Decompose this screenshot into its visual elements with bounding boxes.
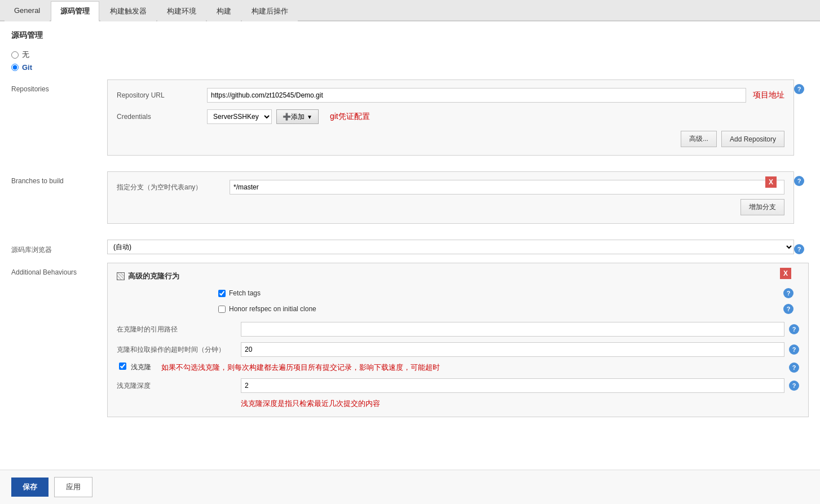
ref-path-label: 在克隆时的引用路径: [117, 325, 241, 334]
shallow-depth-input[interactable]: [241, 378, 784, 393]
branches-field-section: X 指定分支（为空时代表any） 增加分支: [107, 171, 794, 224]
repositories-label: Repositories: [11, 79, 107, 93]
source-browser-help-icon[interactable]: ?: [794, 244, 804, 254]
credentials-label: Credentials: [117, 113, 207, 121]
branch-field-input[interactable]: [230, 180, 784, 194]
honor-refspec-checkbox[interactable]: [218, 306, 226, 313]
adv-section: X 高级的克隆行为 Fetch tags ? Honor refspec on …: [107, 263, 809, 417]
url-annotation-wrap: 项目地址: [207, 88, 784, 103]
repositories-help: ?: [794, 79, 809, 94]
credentials-add-label: ➕添加: [283, 112, 305, 122]
tab-triggers[interactable]: 构建触发器: [100, 1, 156, 21]
repo-btn-row: 高级... Add Repository: [117, 131, 784, 147]
repo-url-row: Repository URL 项目地址: [117, 88, 784, 103]
shallow-depth-help-icon[interactable]: ?: [789, 381, 799, 391]
timeout-input[interactable]: [241, 342, 784, 357]
honor-refspec-label[interactable]: Honor refspec on initial clone: [229, 305, 316, 313]
ref-path-help-icon[interactable]: ?: [789, 324, 799, 334]
branches-help-icon[interactable]: ?: [794, 176, 804, 186]
advanced-button[interactable]: 高级...: [681, 131, 717, 147]
tabs-bar: General 源码管理 构建触发器 构建环境 构建 构建后操作: [0, 0, 820, 21]
honor-refspec-row: Honor refspec on initial clone ?: [218, 304, 799, 314]
tab-post[interactable]: 构建后操作: [242, 1, 298, 21]
tab-env[interactable]: 构建环境: [157, 1, 206, 21]
credentials-annotation: git凭证配置: [330, 112, 370, 122]
repo-url-label: Repository URL: [117, 91, 207, 99]
apply-button[interactable]: 应用: [54, 477, 92, 497]
add-branch-button[interactable]: 增加分支: [740, 199, 784, 215]
page-title: 源码管理: [11, 30, 809, 41]
shallow-clone-help-icon[interactable]: ?: [789, 362, 799, 373]
radio-none-label[interactable]: 无: [22, 50, 29, 60]
source-browser-outer-row: 源码库浏览器 (自动) ?: [11, 240, 809, 255]
save-button[interactable]: 保存: [11, 478, 49, 497]
additional-behaviours-label: Additional Behaviours: [11, 263, 107, 276]
tab-source[interactable]: 源码管理: [51, 1, 99, 21]
branches-remove-button[interactable]: X: [765, 176, 777, 188]
branches-btn-row: 增加分支: [117, 199, 784, 215]
timeout-label: 克隆和拉取操作的超时时间（分钟）: [117, 345, 241, 355]
repositories-row: Repositories Repository URL 项目地址 Credent…: [11, 79, 809, 163]
branches-label: Branches to build: [11, 171, 107, 185]
page-content: 源码管理 无 Git Repositories Repository URL 项…: [0, 21, 820, 504]
shallow-depth-annotation: 浅克隆深度是指只检索最近几次提交的内容: [117, 399, 799, 409]
repo-url-input[interactable]: [207, 88, 746, 103]
adv-remove-button[interactable]: X: [780, 268, 791, 279]
credentials-row: Credentials ServerSSHKey ➕添加 ▼ git凭证配置: [117, 109, 784, 124]
adv-title-text: 高级的克隆行为: [128, 271, 179, 281]
credentials-select[interactable]: ServerSSHKey: [207, 109, 272, 124]
radio-git-input[interactable]: [11, 64, 19, 71]
timeout-row: 克隆和拉取操作的超时时间（分钟） ?: [117, 342, 799, 357]
repositories-content: Repository URL 项目地址 Credentials ServerSS…: [107, 79, 794, 163]
shallow-clone-label[interactable]: 浅克隆: [131, 362, 151, 372]
source-browser-label: 源码库浏览器: [11, 240, 107, 255]
additional-behaviours-content: X 高级的克隆行为 Fetch tags ? Honor refspec on …: [107, 263, 809, 417]
fetch-tags-label[interactable]: Fetch tags: [229, 289, 261, 297]
fetch-tags-row: Fetch tags ?: [218, 288, 799, 298]
fetch-tags-help-icon[interactable]: ?: [783, 288, 793, 298]
repositories-field-section: Repository URL 项目地址 Credentials ServerSS…: [107, 79, 794, 156]
footer-bar: 保存 应用: [0, 470, 820, 504]
repo-url-annotation: 项目地址: [753, 90, 784, 100]
radio-none: 无: [11, 50, 809, 60]
honor-refspec-help-icon[interactable]: ?: [783, 304, 793, 314]
shallow-clone-annotation: 如果不勾选浅克隆，则每次构建都去遍历项目所有提交记录，影响下载速度，可能超时: [161, 362, 440, 373]
source-browser-help: ?: [794, 240, 809, 254]
adv-title: 高级的克隆行为: [117, 271, 799, 281]
credentials-dropdown-icon: ▼: [307, 114, 312, 120]
ref-path-row: 在克隆时的引用路径 ?: [117, 322, 799, 337]
shallow-depth-row: 浅克隆深度 ?: [117, 378, 799, 393]
source-browser-content: (自动): [107, 240, 794, 254]
credentials-controls: ServerSSHKey ➕添加 ▼ git凭证配置: [207, 109, 370, 124]
branches-help: ?: [794, 171, 809, 186]
shallow-clone-checkbox[interactable]: [119, 362, 126, 370]
add-repository-button[interactable]: Add Repository: [721, 131, 784, 147]
shallow-depth-label: 浅克隆深度: [117, 381, 241, 391]
credentials-add-button[interactable]: ➕添加 ▼: [276, 109, 319, 124]
tab-general[interactable]: General: [5, 1, 50, 21]
additional-behaviours-row: Additional Behaviours X 高级的克隆行为 Fetch ta…: [11, 263, 809, 417]
ref-path-input[interactable]: [241, 322, 784, 337]
branch-field-label: 指定分支（为空时代表any）: [117, 183, 230, 192]
adv-title-icon: [117, 272, 125, 280]
branch-field-row: 指定分支（为空时代表any）: [117, 180, 784, 194]
branches-row: Branches to build X 指定分支（为空时代表any） 增加分支 …: [11, 171, 809, 232]
source-browser-select[interactable]: (自动): [107, 240, 794, 254]
branches-content: X 指定分支（为空时代表any） 增加分支: [107, 171, 794, 232]
timeout-help-icon[interactable]: ?: [789, 344, 799, 355]
radio-none-input[interactable]: [11, 51, 19, 59]
shallow-clone-row: 浅克隆 如果不勾选浅克隆，则每次构建都去遍历项目所有提交记录，影响下载速度，可能…: [117, 362, 799, 373]
radio-git: Git: [11, 63, 809, 72]
radio-git-label[interactable]: Git: [22, 63, 32, 72]
tab-build[interactable]: 构建: [207, 1, 241, 21]
repositories-help-icon[interactable]: ?: [794, 84, 804, 94]
fetch-tags-checkbox[interactable]: [218, 290, 226, 297]
